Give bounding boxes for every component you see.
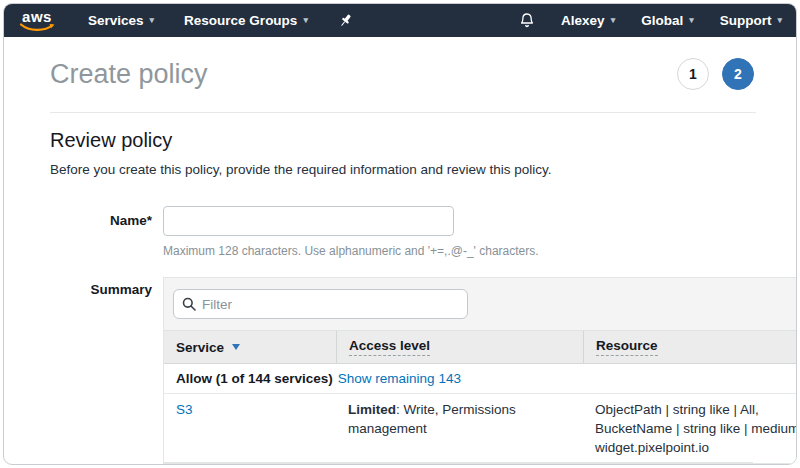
step-2[interactable]: 2: [722, 58, 754, 90]
summary-toolbar: [164, 278, 796, 331]
allow-group-label: Allow (1 of 144 services): [176, 371, 333, 386]
review-description: Before you create this policy, provide t…: [50, 161, 796, 178]
resource-line: widget.pixelpoint.io: [595, 438, 796, 457]
nav-region-label: Global: [641, 13, 683, 28]
chevron-down-icon: ▾: [303, 16, 308, 25]
aws-logo[interactable]: aws: [18, 10, 56, 32]
chevron-down-icon: ▾: [150, 16, 155, 25]
chevron-down-icon: ▾: [611, 16, 616, 25]
aws-logo-text: aws: [22, 10, 52, 23]
resource-column-label: Resource: [596, 338, 658, 356]
nav-support-menu[interactable]: Support ▾: [720, 13, 782, 28]
summary-label: Summary: [50, 277, 152, 464]
pin-icon[interactable]: [338, 13, 354, 29]
summary-section: Summary Service Access level: [50, 277, 796, 464]
service-column-label: Service: [176, 340, 224, 355]
nav-resource-groups[interactable]: Resource Groups ▾: [184, 13, 308, 28]
access-level-cell: Limited: Write, Permissions management: [336, 400, 583, 457]
header-divider: [50, 112, 756, 113]
nav-user-menu[interactable]: Alexey ▾: [561, 13, 615, 28]
name-label: Name*: [50, 206, 152, 258]
access-level-column-label: Access level: [349, 338, 430, 356]
name-help-text: Maximum 128 characters. Use alphanumeric…: [163, 244, 539, 258]
nav-services[interactable]: Services ▾: [88, 13, 154, 28]
page-title: Create policy: [50, 58, 208, 90]
resource-cell: ObjectPath | string like | All, BucketNa…: [583, 400, 796, 457]
nav-support-label: Support: [720, 13, 772, 28]
column-header-resource[interactable]: Resource: [583, 331, 796, 363]
column-header-service[interactable]: Service: [164, 331, 336, 363]
nav-region-menu[interactable]: Global ▾: [641, 13, 694, 28]
nav-resource-groups-label: Resource Groups: [184, 13, 297, 28]
search-icon: [182, 297, 196, 311]
access-level-type: Limited: [348, 402, 396, 417]
nav-services-label: Services: [88, 13, 144, 28]
summary-table-panel: Service Access level Resource Allow (1 o…: [163, 277, 796, 464]
chevron-down-icon: ▾: [689, 16, 694, 25]
resource-line: BucketName | string like | medium: [595, 419, 796, 438]
table-header-row: Service Access level Resource: [164, 331, 796, 364]
name-input[interactable]: [163, 206, 454, 236]
service-link-s3[interactable]: S3: [176, 402, 193, 417]
chevron-down-icon: ▾: [777, 16, 782, 25]
step-1[interactable]: 1: [677, 58, 709, 90]
resource-line: ObjectPath | string like | All,: [595, 400, 796, 419]
aws-smile-icon: [18, 23, 56, 32]
wizard-steps: 1 2: [677, 58, 754, 90]
table-row: S3 Limited: Write, Permissions managemen…: [164, 394, 753, 463]
screenshot-frame: aws Services ▾ Resource Groups ▾: [0, 0, 800, 468]
name-field-row: Name* Maximum 128 characters. Use alphan…: [50, 206, 796, 258]
column-header-access-level[interactable]: Access level: [336, 331, 583, 363]
top-navbar: aws Services ▾ Resource Groups ▾: [4, 4, 796, 37]
page-header: Create policy 1 2: [4, 37, 796, 90]
bell-icon[interactable]: [519, 12, 535, 29]
navbar-right: Alexey ▾ Global ▾ Support ▾: [519, 12, 782, 29]
nav-user-label: Alexey: [561, 13, 605, 28]
allow-group-row: Allow (1 of 144 services) Show remaining…: [164, 364, 796, 394]
filter-input[interactable]: [202, 297, 459, 312]
sort-desc-icon: [232, 344, 240, 350]
filter-box[interactable]: [173, 289, 468, 319]
review-heading: Review policy: [50, 129, 796, 152]
show-remaining-link[interactable]: Show remaining 143: [338, 371, 461, 386]
app-window: aws Services ▾ Resource Groups ▾: [3, 3, 797, 465]
